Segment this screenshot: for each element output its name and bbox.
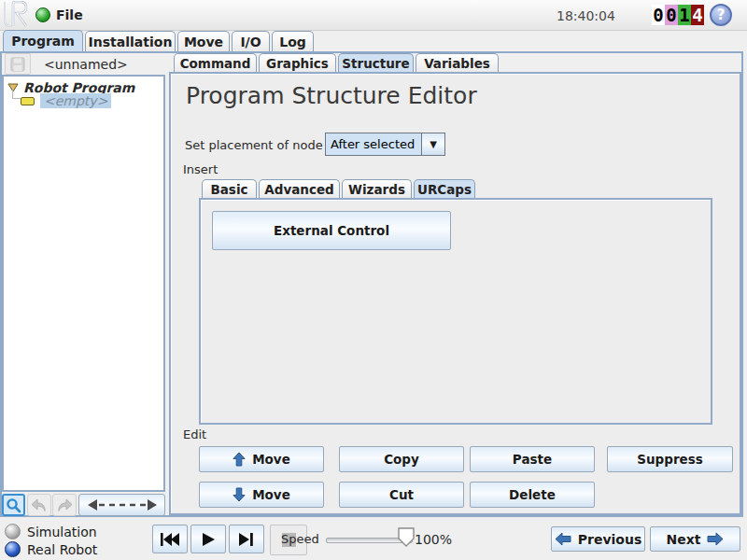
undo-button[interactable] [27,494,51,516]
program-counter-digit-3: 4 [691,5,704,25]
move-up-button[interactable]: Move [199,446,324,472]
program-counter-digit-2: 1 [678,5,691,25]
main-tab-bar: Program Installation Move I/O Log [0,30,747,52]
real-robot-radio-icon[interactable] [5,541,21,557]
placement-dropdown-value: After selected [326,133,421,155]
undo-arrow-icon [31,498,48,511]
tab-basic[interactable]: Basic [202,179,257,199]
play-button[interactable] [190,525,226,553]
file-menu[interactable]: File [56,7,83,22]
simulation-radio-icon[interactable] [5,524,21,539]
arrow-left-icon [555,532,571,546]
mode-option-simulation[interactable]: Simulation [5,524,97,539]
move-down-button[interactable]: Move [199,482,324,508]
top-bar: File 18:40:04 0 0 1 4 ? [0,0,747,31]
real-robot-label: Real Robot [27,542,97,557]
magnifier-icon [6,497,21,513]
tree-child-label: <empty> [40,93,111,108]
speed-label: Speed [281,532,319,546]
skip-to-start-icon [160,532,180,547]
external-control-button[interactable]: External Control [212,211,451,250]
rewind-to-start-button[interactable] [152,525,188,553]
program-status-orb-icon [35,7,50,22]
speed-slider-thumb[interactable] [398,527,415,547]
floppy-disk-icon [10,57,25,72]
mode-option-real-robot[interactable]: Real Robot [5,541,97,557]
save-program-button[interactable] [5,53,31,75]
step-forward-button[interactable] [229,525,264,553]
move-up-label: Move [252,452,290,467]
next-button[interactable]: Next [650,526,740,552]
chevron-down-icon[interactable]: ▼ [421,133,444,155]
tab-move[interactable]: Move [177,31,230,51]
step-navigation-button[interactable] [78,494,165,516]
speed-value: 100% [415,532,452,547]
zoom-tree-button[interactable] [2,494,25,516]
previous-button[interactable]: Previous [551,526,645,552]
redo-arrow-icon [56,498,73,511]
tab-graphics[interactable]: Graphics [259,53,336,73]
polyscope-window: File 18:40:04 0 0 1 4 ? Program Installa… [0,0,747,560]
tree-leaf-icon [21,97,35,105]
move-down-label: Move [252,487,290,502]
placement-dropdown[interactable]: After selected ▼ [325,133,445,156]
tab-program[interactable]: Program [3,30,83,51]
ur-logo-icon [2,1,30,28]
placement-label: Set placement of node [185,138,323,152]
redo-button[interactable] [52,494,77,516]
edit-section-label: Edit [183,427,206,441]
step-forward-icon [238,532,255,547]
tree-node-empty[interactable]: <empty> [21,93,111,108]
play-icon [201,532,216,547]
program-name: <unnamed> [44,57,128,72]
tab-installation[interactable]: Installation [85,31,176,51]
tab-log[interactable]: Log [272,31,314,51]
tab-wizards[interactable]: Wizards [342,179,412,199]
paste-button[interactable]: Paste [470,446,595,472]
tab-urcaps[interactable]: URCaps [414,179,475,199]
program-counter-digit-0: 0 [652,5,665,25]
tab-structure[interactable]: Structure [338,53,414,73]
tab-advanced[interactable]: Advanced [259,179,340,199]
help-icon[interactable]: ? [710,4,732,26]
previous-label: Previous [578,532,642,547]
program-file-header: <unnamed> [2,53,165,75]
clock: 18:40:04 [557,8,615,23]
arrow-down-icon [233,487,246,502]
insert-section-label: Insert [183,162,218,176]
program-tree: Robot Program <empty> [2,75,165,492]
delete-button[interactable]: Delete [470,482,595,508]
program-counter-digit-1: 0 [665,5,678,25]
tab-command[interactable]: Command [174,53,257,73]
tab-variables[interactable]: Variables [416,53,499,73]
cut-button[interactable]: Cut [339,482,464,508]
copy-button[interactable]: Copy [339,446,464,472]
suppress-button[interactable]: Suppress [607,446,733,472]
page-title: Program Structure Editor [186,82,477,109]
tab-io[interactable]: I/O [232,31,270,51]
arrow-up-icon [233,452,246,467]
next-label: Next [667,532,701,547]
program-counter: 0 0 1 4 [652,5,704,25]
arrow-right-icon [707,532,724,546]
step-navigation-arrows-icon [87,498,158,511]
simulation-label: Simulation [27,525,97,539]
